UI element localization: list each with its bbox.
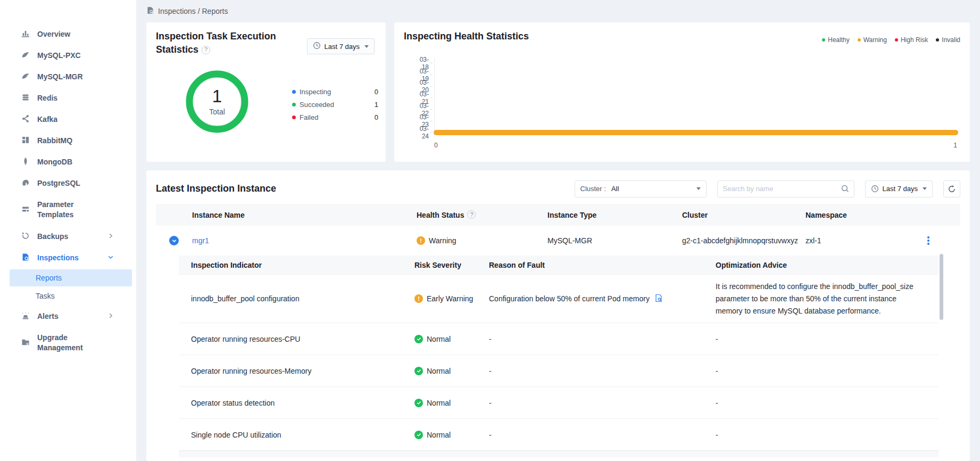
legend-dot <box>292 116 296 119</box>
sidebar-item-label: Inspections <box>37 253 100 263</box>
help-icon[interactable]: ? <box>202 46 210 54</box>
check-icon <box>414 399 423 407</box>
donut-total-value: 1 <box>186 86 248 106</box>
sidebar-item-backups[interactable]: Backups <box>0 226 136 247</box>
sidebar-item-reports[interactable]: Reports <box>10 269 132 286</box>
check-icon <box>414 335 423 343</box>
health-bar-chart: 03-18 03-19 03-20 03-21 03-22 03-23 03-2… <box>413 57 957 157</box>
cluster-cell: g2-c1-abcdefghijklmnopqrstuvwxyz <box>682 236 805 245</box>
clock-icon <box>313 42 321 51</box>
help-icon[interactable]: ? <box>467 210 476 219</box>
legend-dot <box>292 90 296 94</box>
latest-range-select[interactable]: Last 7 days <box>865 180 933 197</box>
next-section-strip <box>179 450 939 457</box>
latest-inspection-card: Latest Inspection Instance Cluster : All… <box>146 170 970 461</box>
caret-down-icon <box>923 187 927 190</box>
col-namespace: Namespace <box>805 211 896 219</box>
legend-item: Warning <box>858 36 887 44</box>
sidebar-item-redis[interactable]: Redis <box>0 87 136 109</box>
refresh-button[interactable] <box>943 180 960 197</box>
check-icon <box>414 431 423 439</box>
legend-item: Succeeded 1 <box>292 98 378 111</box>
task-stats-legend: Inspecting 0 Succeeded 1 Failed 0 <box>292 85 378 124</box>
col-optimization-advice: Optimization Advice <box>716 261 939 269</box>
advice-cell: - <box>716 431 939 439</box>
instance-table-header: Instance Name Health Status? Instance Ty… <box>156 204 960 226</box>
severity-badge: Normal <box>414 399 489 407</box>
col-instance-type: Instance Type <box>547 211 682 219</box>
reason-cell: - <box>489 431 716 439</box>
breadcrumb-label: Inspections / Reports <box>158 7 228 15</box>
severity-badge: ! Early Warning <box>414 294 489 303</box>
sidebar-item-alerts[interactable]: Alerts <box>0 306 136 327</box>
donut-total-label: Total <box>186 108 248 116</box>
severity-badge: Normal <box>414 367 489 375</box>
detail-row: Single node CPU utilization Normal - - <box>179 418 939 450</box>
legend-dot <box>292 103 296 106</box>
task-stats-range-select[interactable]: Last 7 days <box>307 38 375 54</box>
row-actions-menu[interactable] <box>927 236 929 245</box>
scrollbar-thumb[interactable] <box>940 254 943 320</box>
severity-badge: Normal <box>414 335 489 343</box>
health-legend: Healthy Warning High Risk Invalid <box>822 36 960 44</box>
sidebar-item-label: Kafka <box>37 114 100 125</box>
detail-row: Operator running resources-Memory Normal… <box>179 355 939 386</box>
legend-item: Inspecting 0 <box>292 85 378 98</box>
health-bar-03-24[interactable] <box>434 130 958 135</box>
sidebar-item-label: MongoDB <box>37 157 100 167</box>
sidebar-subitem-label: Tasks <box>36 292 55 300</box>
dolphin-icon <box>21 72 30 82</box>
app: Overview MySQL-PXC MySQL-MGR Redis Kafka… <box>0 0 980 461</box>
sidebar-item-parameter-templates[interactable]: Parameter Templates <box>0 194 136 226</box>
sidebar-item-kafka[interactable]: Kafka <box>0 109 136 130</box>
cluster-filter-label: Cluster : <box>580 185 606 193</box>
health-status-badge: ! Warning <box>417 236 547 245</box>
refresh-icon <box>948 185 956 193</box>
indicator-cell: Operator running resources-Memory <box>191 367 414 375</box>
chevron-right-icon <box>107 232 114 241</box>
col-inspection-indicator: Inspection Indicator <box>191 261 414 269</box>
sidebar-item-upgrade-management[interactable]: Upgrade Management <box>0 327 136 359</box>
health-stats-title: Inspecting Health Statistics <box>404 30 529 43</box>
sidebar-item-mongodb[interactable]: MongoDB <box>0 151 136 172</box>
network-icon <box>21 114 30 125</box>
chevron-right-icon <box>107 312 114 320</box>
sidebar-item-postgresql[interactable]: PostgreSQL <box>0 172 136 194</box>
reason-cell: Configuration below 50% of current Pod m… <box>489 294 716 304</box>
sidebar-item-overview[interactable]: Overview <box>0 23 136 45</box>
cluster-filter-select[interactable]: Cluster : All <box>575 180 707 197</box>
advice-cell: - <box>716 335 939 343</box>
legend-dot <box>822 38 825 42</box>
view-report-icon[interactable] <box>654 294 663 304</box>
instance-row: mgr1 ! Warning MySQL-MGR g2-c1-abcdefghi… <box>156 226 960 256</box>
inspection-detail-table: Inspection Indicator Risk Severity Reaso… <box>179 256 939 457</box>
indicator-cell: Single node CPU utilization <box>191 431 414 439</box>
sidebar: Overview MySQL-PXC MySQL-MGR Redis Kafka… <box>0 0 136 461</box>
detail-table-header: Inspection Indicator Risk Severity Reaso… <box>179 256 939 274</box>
sidebar-item-rabbitmq[interactable]: RabbitMQ <box>0 130 136 151</box>
bar-chart-icon <box>21 29 30 39</box>
detail-row: Operator status detection Normal - - <box>179 386 939 418</box>
search-icon[interactable] <box>841 184 850 195</box>
collapse-row-button[interactable] <box>169 236 179 245</box>
cluster-filter-value: All <box>611 185 619 193</box>
legend-label: Inspecting <box>300 88 331 96</box>
instance-name-link[interactable]: mgr1 <box>192 236 417 245</box>
task-stats-card: Inspection Task Execution Statistics? La… <box>146 22 386 162</box>
sidebar-item-mysql-mgr[interactable]: MySQL-MGR <box>0 66 136 87</box>
inspection-report-icon <box>21 253 30 263</box>
sidebar-item-tasks[interactable]: Tasks <box>10 287 132 304</box>
legend-item: High Risk <box>895 36 928 44</box>
sidebar-item-label: RabbitMQ <box>37 136 100 146</box>
sidebar-item-inspections[interactable]: Inspections <box>0 247 136 268</box>
col-risk-severity: Risk Severity <box>414 261 489 269</box>
alarm-icon <box>21 311 30 322</box>
sidebar-item-mysql-pxc[interactable]: MySQL-PXC <box>0 45 136 66</box>
col-instance-name: Instance Name <box>192 211 417 219</box>
task-stats-title: Inspection Task Execution Statistics? <box>156 30 284 56</box>
search-input[interactable] <box>717 180 854 197</box>
advice-cell: - <box>716 367 939 375</box>
layers-icon <box>21 93 30 103</box>
col-cluster: Cluster <box>682 211 805 219</box>
caret-down-icon <box>364 45 369 48</box>
